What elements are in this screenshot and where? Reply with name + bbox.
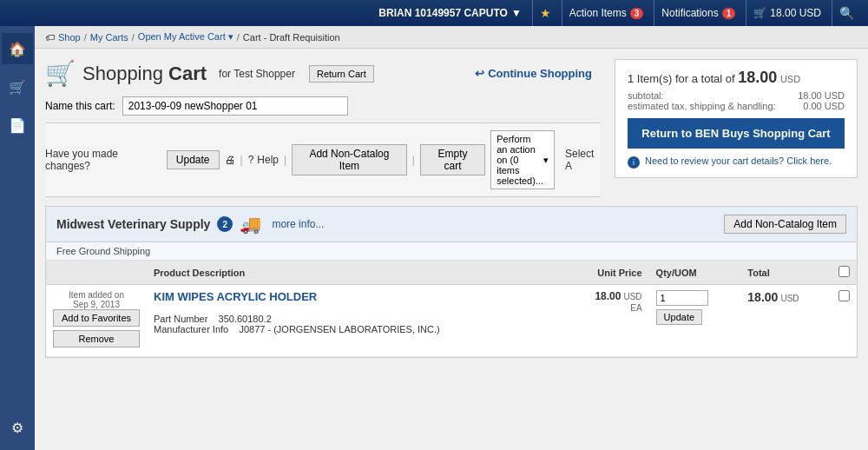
- qty-update-button[interactable]: Update: [656, 309, 702, 325]
- summary-total-line: 1 Item(s) for a total of 18.00 USD: [628, 69, 845, 87]
- search-nav[interactable]: 🔍: [832, 0, 861, 26]
- cart-name-row: Name this cart:: [45, 96, 601, 116]
- separator1: |: [240, 154, 243, 166]
- changes-label: Have you made changes?: [45, 148, 158, 172]
- action-items-label: Action Items: [569, 7, 627, 19]
- order-summary-box: 1 Item(s) for a total of 18.00 USD subto…: [615, 59, 858, 178]
- notifications-label: Notifications: [661, 7, 718, 19]
- top-navigation: BRIAN 10149957 CAPUTO ▼ ★ Action Items 3…: [0, 0, 868, 26]
- cart-title: Shopping Cart: [82, 63, 207, 85]
- help-icon: ?: [248, 154, 254, 166]
- product-name-link[interactable]: KIM WIPES ACRYLIC HOLDER: [154, 290, 317, 303]
- cart-header: 🛒 Shopping Cart for Test Shopper Return …: [45, 59, 601, 88]
- items-count: 1 Item(s): [628, 72, 672, 85]
- sidebar-settings-icon[interactable]: ⚙: [2, 412, 33, 443]
- action-dropdown-icon: ▾: [543, 155, 549, 166]
- cart-for-text: for Test Shopper: [219, 68, 295, 80]
- item-added-label: Item added on Sep 9, 2013: [53, 290, 140, 309]
- print-icon[interactable]: 🖨: [225, 154, 235, 166]
- tax-value: 0.00 USD: [803, 101, 845, 111]
- cart-title-plain: Shopping: [82, 63, 168, 84]
- action-items-nav[interactable]: Action Items 3: [562, 0, 651, 26]
- notifications-nav[interactable]: Notifications 1: [654, 0, 742, 26]
- remove-button[interactable]: Remove: [53, 330, 140, 347]
- vendor-more-info-link[interactable]: more info...: [272, 218, 324, 230]
- favorites-icon[interactable]: ★: [532, 0, 558, 26]
- breadcrumb-dropdown-icon: ▾: [228, 31, 233, 42]
- action-bar: Have you made changes? Update 🖨 | ? Help…: [45, 122, 601, 197]
- item-added-date: Sep 9, 2013: [73, 300, 120, 309]
- add-to-favorites-button[interactable]: Add to Favorites: [53, 309, 140, 327]
- row-checkbox[interactable]: [838, 290, 850, 301]
- item-actions-cell: Item added on Sep 9, 2013 Add to Favorit…: [46, 285, 147, 357]
- empty-cart-button[interactable]: Empty cart: [420, 144, 485, 175]
- cart-title-bold: Cart: [168, 63, 207, 84]
- breadcrumb-activecart-text: Open My Active Cart: [138, 31, 226, 42]
- subtotal-value: 18.00 USD: [798, 90, 845, 101]
- mfr-label: Manufacturer Info: [154, 324, 228, 334]
- unit-uom: EA: [630, 303, 641, 313]
- user-dropdown-icon[interactable]: ▼: [511, 7, 522, 19]
- update-button[interactable]: Update: [167, 150, 220, 169]
- item-added-text: Item added on: [69, 290, 124, 300]
- action-dropdown-placeholder: Perform an action on (0 items selected).…: [496, 134, 543, 186]
- for-total-label: for a total of: [675, 72, 735, 85]
- breadcrumb-current: Cart - Draft Requisition: [243, 32, 340, 43]
- cart-name-input[interactable]: [122, 96, 348, 116]
- row-checkbox-cell: [832, 285, 857, 357]
- subtotal-label: subtotal:: [628, 90, 664, 101]
- total-currency: USD: [780, 74, 800, 84]
- sidebar: 🏠 🛒 📄 ⚙: [0, 26, 35, 450]
- shopping-cart-icon: 🛒: [45, 59, 76, 88]
- part-value: 350.60180.2: [219, 314, 272, 324]
- sidebar-home-icon[interactable]: 🏠: [2, 33, 33, 64]
- tax-label: estimated tax, shipping & handling:: [628, 101, 776, 111]
- vendor-name: Midwest Veterinary Supply: [56, 217, 210, 231]
- total-amount: 18.00: [738, 69, 777, 86]
- breadcrumb-activecart-link[interactable]: Open My Active Cart ▾: [138, 31, 233, 43]
- help-button[interactable]: ? Help: [248, 154, 279, 166]
- continue-shopping-label: Continue Shopping: [488, 67, 592, 80]
- product-table: Product Description Unit Price Qty/UOM T…: [46, 261, 857, 357]
- col-check: [46, 261, 147, 285]
- subtotal-row: subtotal: 18.00 USD: [628, 90, 845, 101]
- cart-title-area: 🛒 Shopping Cart for Test Shopper Return …: [45, 59, 466, 88]
- action-dropdown[interactable]: Perform an action on (0 items selected).…: [490, 130, 555, 189]
- sidebar-docs-icon[interactable]: 📄: [2, 109, 33, 141]
- add-noncatalog-button[interactable]: Add Non-Catalog Item: [292, 144, 407, 175]
- unit-currency: USD: [623, 292, 641, 301]
- breadcrumb-shop-icon: 🏷: [45, 32, 55, 43]
- breadcrumb-shop-link[interactable]: Shop: [58, 32, 81, 43]
- select-all-text[interactable]: Select A: [565, 148, 601, 172]
- unit-price-cell: 18.00 USD EA: [564, 285, 649, 357]
- col-total: Total: [740, 261, 832, 285]
- col-check2: [832, 261, 857, 285]
- review-link[interactable]: i Need to review your cart details? Clic…: [628, 156, 845, 169]
- continue-shopping-link[interactable]: ↩ Continue Shopping: [475, 67, 592, 80]
- main-content: 🏷 Shop / My Carts / Open My Active Cart …: [35, 26, 868, 450]
- col-qty-uom: Qty/UOM: [649, 261, 741, 285]
- breadcrumb-sep3: /: [237, 32, 240, 43]
- breadcrumb: 🏷 Shop / My Carts / Open My Active Cart …: [35, 26, 868, 49]
- cart-amount: 18.00 USD: [770, 7, 821, 19]
- vendor-add-noncatalog-button[interactable]: Add Non-Catalog Item: [724, 215, 846, 234]
- review-text: Need to review your cart details? Click …: [645, 156, 832, 166]
- breadcrumb-sep2: /: [132, 32, 135, 43]
- product-desc-cell: KIM WIPES ACRYLIC HOLDER Part Number 350…: [147, 285, 564, 357]
- notifications-badge: 1: [722, 8, 736, 19]
- col-product-desc: Product Description: [147, 261, 564, 285]
- total-cell: 18.00 USD: [740, 285, 832, 357]
- col-unit-price: Unit Price: [564, 261, 649, 285]
- qty-input[interactable]: [656, 290, 708, 306]
- sidebar-cart-icon[interactable]: 🛒: [2, 71, 33, 103]
- user-menu[interactable]: BRIAN 10149957 CAPUTO ▼: [378, 7, 521, 19]
- user-name: BRIAN 10149957 CAPUTO: [378, 7, 508, 19]
- mfr-value: J0877 - (JORGENSEN LABORATORIES, INC.): [239, 324, 439, 334]
- return-to-ben-button[interactable]: Return to BEN Buys Shopping Cart: [628, 118, 845, 149]
- cart-nav[interactable]: 🛒 18.00 USD: [746, 0, 828, 26]
- select-all-checkbox[interactable]: [838, 266, 850, 277]
- breadcrumb-mycarts-link[interactable]: My Carts: [90, 32, 128, 43]
- total-currency: USD: [780, 294, 799, 303]
- item-total: 18.00: [747, 290, 778, 304]
- return-cart-button[interactable]: Return Cart: [309, 65, 374, 83]
